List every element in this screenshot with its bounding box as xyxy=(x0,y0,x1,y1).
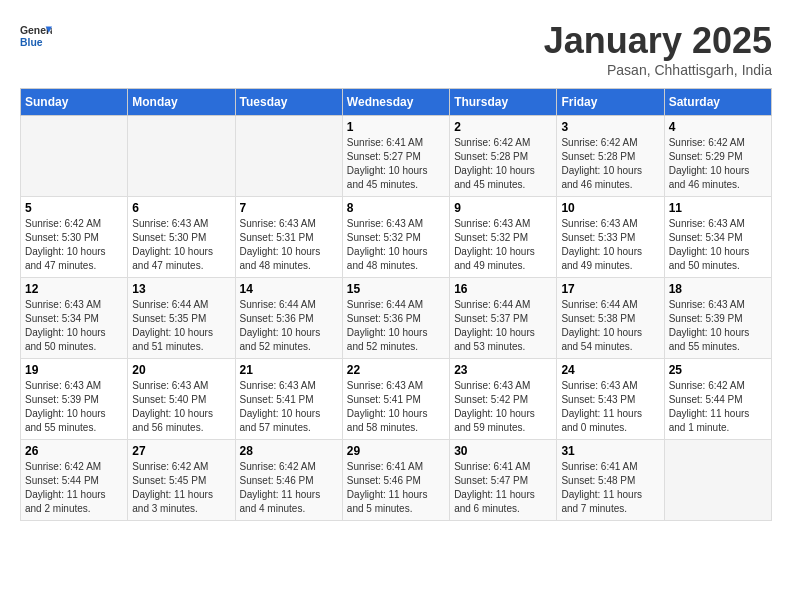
day-number: 5 xyxy=(25,201,123,215)
day-number: 28 xyxy=(240,444,338,458)
day-number: 31 xyxy=(561,444,659,458)
day-number: 26 xyxy=(25,444,123,458)
calendar-cell: 7Sunrise: 6:43 AM Sunset: 5:31 PM Daylig… xyxy=(235,197,342,278)
day-info: Sunrise: 6:41 AM Sunset: 5:48 PM Dayligh… xyxy=(561,460,659,516)
day-number: 27 xyxy=(132,444,230,458)
day-info: Sunrise: 6:44 AM Sunset: 5:35 PM Dayligh… xyxy=(132,298,230,354)
calendar-cell: 2Sunrise: 6:42 AM Sunset: 5:28 PM Daylig… xyxy=(450,116,557,197)
calendar-cell: 25Sunrise: 6:42 AM Sunset: 5:44 PM Dayli… xyxy=(664,359,771,440)
calendar-cell xyxy=(235,116,342,197)
calendar-cell: 28Sunrise: 6:42 AM Sunset: 5:46 PM Dayli… xyxy=(235,440,342,521)
day-info: Sunrise: 6:42 AM Sunset: 5:30 PM Dayligh… xyxy=(25,217,123,273)
calendar-cell: 16Sunrise: 6:44 AM Sunset: 5:37 PM Dayli… xyxy=(450,278,557,359)
calendar-cell: 19Sunrise: 6:43 AM Sunset: 5:39 PM Dayli… xyxy=(21,359,128,440)
day-number: 15 xyxy=(347,282,445,296)
day-info: Sunrise: 6:42 AM Sunset: 5:28 PM Dayligh… xyxy=(454,136,552,192)
day-info: Sunrise: 6:43 AM Sunset: 5:39 PM Dayligh… xyxy=(25,379,123,435)
day-number: 7 xyxy=(240,201,338,215)
day-info: Sunrise: 6:43 AM Sunset: 5:42 PM Dayligh… xyxy=(454,379,552,435)
svg-text:Blue: Blue xyxy=(20,37,43,48)
day-info: Sunrise: 6:43 AM Sunset: 5:41 PM Dayligh… xyxy=(240,379,338,435)
calendar-cell: 31Sunrise: 6:41 AM Sunset: 5:48 PM Dayli… xyxy=(557,440,664,521)
day-number: 2 xyxy=(454,120,552,134)
calendar-cell: 4Sunrise: 6:42 AM Sunset: 5:29 PM Daylig… xyxy=(664,116,771,197)
day-info: Sunrise: 6:41 AM Sunset: 5:47 PM Dayligh… xyxy=(454,460,552,516)
calendar-cell: 17Sunrise: 6:44 AM Sunset: 5:38 PM Dayli… xyxy=(557,278,664,359)
day-info: Sunrise: 6:42 AM Sunset: 5:28 PM Dayligh… xyxy=(561,136,659,192)
calendar-cell: 22Sunrise: 6:43 AM Sunset: 5:41 PM Dayli… xyxy=(342,359,449,440)
day-number: 9 xyxy=(454,201,552,215)
day-info: Sunrise: 6:43 AM Sunset: 5:34 PM Dayligh… xyxy=(669,217,767,273)
day-info: Sunrise: 6:42 AM Sunset: 5:46 PM Dayligh… xyxy=(240,460,338,516)
logo-icon: General Blue xyxy=(20,20,52,52)
day-number: 18 xyxy=(669,282,767,296)
calendar-cell: 14Sunrise: 6:44 AM Sunset: 5:36 PM Dayli… xyxy=(235,278,342,359)
day-info: Sunrise: 6:43 AM Sunset: 5:40 PM Dayligh… xyxy=(132,379,230,435)
calendar-week-1: 1Sunrise: 6:41 AM Sunset: 5:27 PM Daylig… xyxy=(21,116,772,197)
location-subtitle: Pasan, Chhattisgarh, India xyxy=(544,62,772,78)
day-info: Sunrise: 6:41 AM Sunset: 5:27 PM Dayligh… xyxy=(347,136,445,192)
day-info: Sunrise: 6:43 AM Sunset: 5:39 PM Dayligh… xyxy=(669,298,767,354)
calendar-cell xyxy=(21,116,128,197)
calendar-cell: 3Sunrise: 6:42 AM Sunset: 5:28 PM Daylig… xyxy=(557,116,664,197)
calendar-cell: 5Sunrise: 6:42 AM Sunset: 5:30 PM Daylig… xyxy=(21,197,128,278)
day-number: 25 xyxy=(669,363,767,377)
calendar-cell: 27Sunrise: 6:42 AM Sunset: 5:45 PM Dayli… xyxy=(128,440,235,521)
day-info: Sunrise: 6:44 AM Sunset: 5:36 PM Dayligh… xyxy=(240,298,338,354)
day-header-friday: Friday xyxy=(557,89,664,116)
calendar-cell: 10Sunrise: 6:43 AM Sunset: 5:33 PM Dayli… xyxy=(557,197,664,278)
day-info: Sunrise: 6:43 AM Sunset: 5:33 PM Dayligh… xyxy=(561,217,659,273)
day-info: Sunrise: 6:43 AM Sunset: 5:34 PM Dayligh… xyxy=(25,298,123,354)
page-header: General Blue January 2025 Pasan, Chhatti… xyxy=(20,20,772,78)
day-info: Sunrise: 6:43 AM Sunset: 5:32 PM Dayligh… xyxy=(454,217,552,273)
calendar-cell: 8Sunrise: 6:43 AM Sunset: 5:32 PM Daylig… xyxy=(342,197,449,278)
calendar-cell: 6Sunrise: 6:43 AM Sunset: 5:30 PM Daylig… xyxy=(128,197,235,278)
day-info: Sunrise: 6:44 AM Sunset: 5:37 PM Dayligh… xyxy=(454,298,552,354)
calendar-cell: 20Sunrise: 6:43 AM Sunset: 5:40 PM Dayli… xyxy=(128,359,235,440)
day-number: 20 xyxy=(132,363,230,377)
title-block: January 2025 Pasan, Chhattisgarh, India xyxy=(544,20,772,78)
calendar-cell xyxy=(664,440,771,521)
calendar-week-2: 5Sunrise: 6:42 AM Sunset: 5:30 PM Daylig… xyxy=(21,197,772,278)
calendar-cell: 30Sunrise: 6:41 AM Sunset: 5:47 PM Dayli… xyxy=(450,440,557,521)
calendar-cell: 15Sunrise: 6:44 AM Sunset: 5:36 PM Dayli… xyxy=(342,278,449,359)
day-number: 4 xyxy=(669,120,767,134)
day-info: Sunrise: 6:41 AM Sunset: 5:46 PM Dayligh… xyxy=(347,460,445,516)
calendar-cell: 11Sunrise: 6:43 AM Sunset: 5:34 PM Dayli… xyxy=(664,197,771,278)
day-number: 11 xyxy=(669,201,767,215)
day-header-sunday: Sunday xyxy=(21,89,128,116)
day-info: Sunrise: 6:42 AM Sunset: 5:44 PM Dayligh… xyxy=(25,460,123,516)
day-number: 29 xyxy=(347,444,445,458)
day-number: 10 xyxy=(561,201,659,215)
calendar-cell: 26Sunrise: 6:42 AM Sunset: 5:44 PM Dayli… xyxy=(21,440,128,521)
day-info: Sunrise: 6:42 AM Sunset: 5:44 PM Dayligh… xyxy=(669,379,767,435)
day-info: Sunrise: 6:43 AM Sunset: 5:32 PM Dayligh… xyxy=(347,217,445,273)
day-info: Sunrise: 6:42 AM Sunset: 5:45 PM Dayligh… xyxy=(132,460,230,516)
day-header-monday: Monday xyxy=(128,89,235,116)
day-number: 23 xyxy=(454,363,552,377)
calendar-week-4: 19Sunrise: 6:43 AM Sunset: 5:39 PM Dayli… xyxy=(21,359,772,440)
calendar-cell: 24Sunrise: 6:43 AM Sunset: 5:43 PM Dayli… xyxy=(557,359,664,440)
calendar-cell: 1Sunrise: 6:41 AM Sunset: 5:27 PM Daylig… xyxy=(342,116,449,197)
calendar-cell: 29Sunrise: 6:41 AM Sunset: 5:46 PM Dayli… xyxy=(342,440,449,521)
day-number: 13 xyxy=(132,282,230,296)
day-number: 24 xyxy=(561,363,659,377)
day-number: 14 xyxy=(240,282,338,296)
day-number: 30 xyxy=(454,444,552,458)
calendar-cell: 18Sunrise: 6:43 AM Sunset: 5:39 PM Dayli… xyxy=(664,278,771,359)
day-info: Sunrise: 6:42 AM Sunset: 5:29 PM Dayligh… xyxy=(669,136,767,192)
day-header-thursday: Thursday xyxy=(450,89,557,116)
calendar-week-3: 12Sunrise: 6:43 AM Sunset: 5:34 PM Dayli… xyxy=(21,278,772,359)
calendar-header-row: SundayMondayTuesdayWednesdayThursdayFrid… xyxy=(21,89,772,116)
day-number: 12 xyxy=(25,282,123,296)
day-header-tuesday: Tuesday xyxy=(235,89,342,116)
day-number: 8 xyxy=(347,201,445,215)
day-number: 16 xyxy=(454,282,552,296)
day-info: Sunrise: 6:44 AM Sunset: 5:36 PM Dayligh… xyxy=(347,298,445,354)
day-number: 17 xyxy=(561,282,659,296)
calendar-cell: 9Sunrise: 6:43 AM Sunset: 5:32 PM Daylig… xyxy=(450,197,557,278)
day-info: Sunrise: 6:43 AM Sunset: 5:30 PM Dayligh… xyxy=(132,217,230,273)
calendar-cell: 21Sunrise: 6:43 AM Sunset: 5:41 PM Dayli… xyxy=(235,359,342,440)
calendar-cell xyxy=(128,116,235,197)
day-number: 6 xyxy=(132,201,230,215)
